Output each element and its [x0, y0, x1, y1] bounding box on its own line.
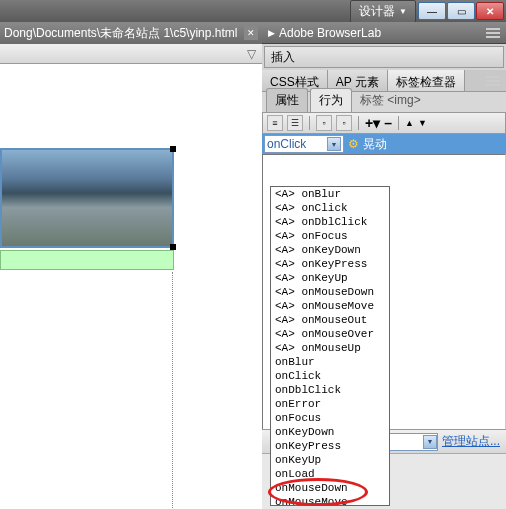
insert-label: 插入: [271, 49, 295, 66]
view-list-icon[interactable]: ≡: [267, 115, 283, 131]
tag-label: 标签 <img>: [354, 89, 427, 112]
dropdown-item[interactable]: onMouseDown: [271, 481, 389, 495]
indent-right-icon[interactable]: ▫: [336, 115, 352, 131]
filter-icon[interactable]: ▽: [247, 47, 256, 61]
dropdown-item[interactable]: <A> onKeyDown: [271, 243, 389, 257]
dropdown-item[interactable]: <A> onMouseUp: [271, 341, 389, 355]
panel-title: Adobe BrowserLab: [279, 26, 381, 40]
move-down-icon[interactable]: ▼: [418, 118, 427, 128]
close-button[interactable]: ✕: [476, 2, 504, 20]
dropdown-item[interactable]: <A> onFocus: [271, 229, 389, 243]
chevron-down-icon: ▼: [399, 7, 407, 16]
dropdown-item[interactable]: <A> onBlur: [271, 187, 389, 201]
indent-left-icon[interactable]: ▫: [316, 115, 332, 131]
document-area: Dong\Documents\未命名站点 1\c5\yinp.html ✕ ▽: [0, 22, 262, 509]
move-up-icon[interactable]: ▲: [405, 118, 414, 128]
dropdown-item[interactable]: onError: [271, 397, 389, 411]
collapse-icon[interactable]: ▶: [268, 28, 275, 38]
minimize-button[interactable]: —: [418, 2, 446, 20]
dropdown-item[interactable]: <A> onMouseDown: [271, 285, 389, 299]
dropdown-item[interactable]: onBlur: [271, 355, 389, 369]
element-highlight: [0, 250, 174, 270]
selected-image[interactable]: [0, 148, 174, 248]
tab-close-icon[interactable]: ✕: [244, 26, 258, 40]
inspector-subtabs: 属性 行为 标签 <img>: [262, 92, 506, 112]
dropdown-item[interactable]: <A> onClick: [271, 201, 389, 215]
designer-dropdown[interactable]: 设计器 ▼: [350, 0, 416, 23]
dropdown-item[interactable]: onKeyDown: [271, 425, 389, 439]
add-behavior-button[interactable]: +▾: [365, 115, 380, 131]
view-detail-icon[interactable]: ☰: [287, 115, 303, 131]
dropdown-item[interactable]: <A> onMouseMove: [271, 299, 389, 313]
tab-inspector[interactable]: 标签检查器: [388, 70, 465, 91]
panel-menu-icon[interactable]: [486, 28, 500, 38]
dropdown-item[interactable]: onMouseMove: [271, 495, 389, 509]
event-selected: onClick: [267, 137, 306, 151]
dropdown-item[interactable]: onKeyUp: [271, 453, 389, 467]
behavior-row[interactable]: onClick ▼ ⚙ 晃动: [262, 134, 506, 154]
dropdown-item[interactable]: onKeyPress: [271, 439, 389, 453]
window-titlebar: 设计器 ▼ — ▭ ✕: [0, 0, 506, 22]
dropdown-item[interactable]: onLoad: [271, 467, 389, 481]
subtab-behaviors[interactable]: 行为: [310, 88, 352, 112]
dropdown-item[interactable]: <A> onMouseOver: [271, 327, 389, 341]
document-path: Dong\Documents\未命名站点 1\c5\yinp.html: [4, 25, 244, 42]
dropdown-item[interactable]: onDblClick: [271, 383, 389, 397]
manage-sites-link[interactable]: 管理站点...: [442, 433, 500, 450]
dropdown-item[interactable]: <A> onMouseOut: [271, 313, 389, 327]
filter-toolbar: ▽: [0, 44, 262, 64]
dropdown-item[interactable]: onFocus: [271, 411, 389, 425]
chevron-down-icon: ▼: [423, 435, 437, 449]
panel-menu-icon[interactable]: [486, 76, 500, 86]
event-dropdown[interactable]: <A> onBlur<A> onClick<A> onDblClick<A> o…: [270, 186, 390, 506]
design-canvas[interactable]: [0, 64, 262, 509]
designer-label: 设计器: [359, 3, 395, 20]
dropdown-item[interactable]: <A> onKeyPress: [271, 257, 389, 271]
remove-behavior-button[interactable]: –: [384, 115, 392, 131]
maximize-button[interactable]: ▭: [447, 2, 475, 20]
chevron-down-icon[interactable]: ▼: [327, 137, 341, 151]
gear-icon[interactable]: ⚙: [348, 137, 359, 151]
subtab-attributes[interactable]: 属性: [266, 88, 308, 112]
dropdown-item[interactable]: <A> onKeyUp: [271, 271, 389, 285]
dropdown-item[interactable]: onClick: [271, 369, 389, 383]
insert-panel[interactable]: 插入: [264, 46, 504, 68]
event-combobox[interactable]: onClick ▼: [264, 135, 344, 153]
dropdown-item[interactable]: <A> onDblClick: [271, 215, 389, 229]
resize-handle[interactable]: [170, 146, 176, 152]
guide-line: [172, 272, 173, 509]
browserlab-panel-header[interactable]: ▶ Adobe BrowserLab: [262, 22, 506, 44]
document-tab[interactable]: Dong\Documents\未命名站点 1\c5\yinp.html ✕: [0, 22, 262, 44]
window-controls: — ▭ ✕: [418, 2, 504, 20]
behaviors-toolbar: ≡ ☰ ▫ ▫ +▾ – ▲ ▼: [262, 112, 506, 134]
action-label: 晃动: [363, 136, 387, 153]
